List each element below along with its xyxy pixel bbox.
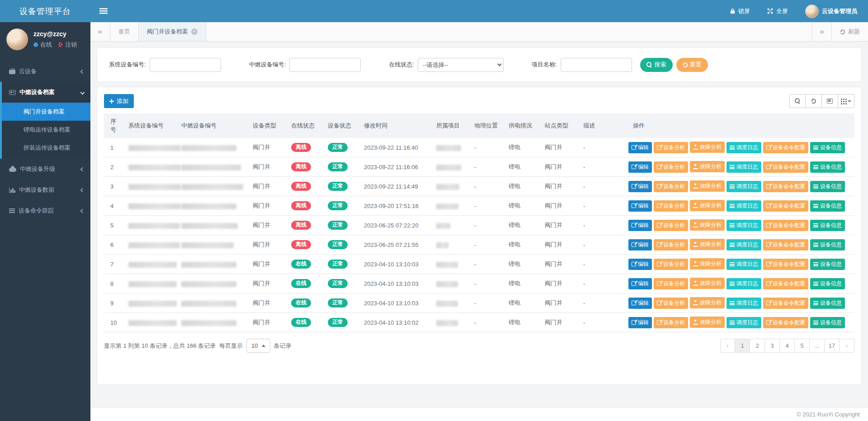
zr-device-no-input[interactable] [289,58,361,72]
dispatch-log-action-button[interactable]: 调度日志 [726,142,761,153]
device-info-action-button[interactable]: 设备信息 [810,161,845,173]
dispatch-log-action-button[interactable]: 调度日志 [726,278,761,289]
device-analysis-action-button[interactable]: 设备分析 [654,200,688,212]
edit-action-button[interactable]: 编辑 [628,259,652,270]
table-refresh-button[interactable] [806,94,822,108]
dispatch-log-action-button[interactable]: 调度日志 [726,220,761,231]
device-command-config-action-button[interactable]: 设备命令配置 [763,298,808,309]
device-info-action-button[interactable]: 设备信息 [810,181,845,192]
device-command-config-action-button[interactable]: 设备命令配置 [763,142,808,153]
dispatch-log-action-button[interactable]: 调度日志 [726,298,761,309]
sidebar-item-command-tracking[interactable]: 设备命令跟踪 [0,200,90,221]
edit-action-button[interactable]: 编辑 [628,220,652,231]
sys-device-no-input[interactable] [150,58,221,72]
fullscreen-button[interactable]: 全屏 [767,7,788,15]
page-size-select[interactable]: 10 [246,339,270,353]
device-analysis-action-button[interactable]: 设备分析 [654,317,688,328]
dispatch-log-action-button[interactable]: 调度日志 [726,259,761,270]
avatar[interactable] [6,28,28,50]
device-command-config-action-button[interactable]: 设备命令配置 [763,259,808,270]
next-page-button[interactable]: › [840,339,854,353]
table-detail-view-button[interactable] [822,94,838,108]
edit-action-button[interactable]: 编辑 [628,239,652,251]
device-analysis-action-button[interactable]: 设备分析 [654,181,688,192]
device-analysis-action-button[interactable]: 设备分析 [654,161,688,173]
lock-screen-button[interactable]: 锁屏 [730,7,750,15]
fault-analysis-action-button[interactable]: 故障分析 [690,239,725,250]
device-info-action-button[interactable]: 设备信息 [810,239,845,251]
sidebar-item-device-upgrade[interactable]: 中燃设备升级 [0,159,90,180]
fault-analysis-action-button[interactable]: 故障分析 [690,200,725,211]
tab-home[interactable]: 首页 [110,22,139,41]
device-command-config-action-button[interactable]: 设备命令配置 [763,317,808,328]
device-info-action-button[interactable]: 设备信息 [810,317,845,328]
device-command-config-action-button[interactable]: 设备命令配置 [763,239,808,251]
device-info-action-button[interactable]: 设备信息 [810,298,845,309]
device-analysis-action-button[interactable]: 设备分析 [654,142,688,153]
edit-action-button[interactable]: 编辑 [628,181,652,192]
project-name-input[interactable] [561,58,632,72]
sidebar-item-device-data[interactable]: 中燃设备数据 [0,180,90,200]
device-info-action-button[interactable]: 设备信息 [810,220,845,231]
device-info-action-button[interactable]: 设备信息 [810,259,845,270]
dispatch-log-action-button[interactable]: 调度日志 [726,317,761,328]
app-logo[interactable]: 设备管理平台 [0,0,90,22]
dispatch-log-action-button[interactable]: 调度日志 [726,239,761,251]
tab-valve-well-archive[interactable]: 阀门井设备档案 [139,22,206,41]
device-analysis-action-button[interactable]: 设备分析 [654,239,688,251]
device-command-config-action-button[interactable]: 设备命令配置 [763,278,808,289]
page-button-17[interactable]: 17 [825,339,840,353]
close-icon[interactable] [191,28,198,35]
page-button-4[interactable]: 4 [780,339,795,353]
sidebar-item-zhongran-archive[interactable]: 中燃设备档案 [2,82,90,103]
page-button-1[interactable]: 1 [735,339,750,353]
edit-action-button[interactable]: 编辑 [628,161,652,173]
fault-analysis-action-button[interactable]: 故障分析 [690,258,725,270]
page-button-3[interactable]: 3 [765,339,780,353]
search-button[interactable]: 搜索 [640,58,673,72]
table-search-button[interactable] [789,94,806,108]
sidebar-item-valve-well-archive[interactable]: 阀门井设备档案 [2,103,90,121]
fault-analysis-action-button[interactable]: 故障分析 [690,297,725,308]
edit-action-button[interactable]: 编辑 [628,317,652,328]
online-status-select[interactable]: --请选择-- [418,58,504,72]
fault-analysis-action-button[interactable]: 故障分析 [690,278,725,289]
edit-action-button[interactable]: 编辑 [628,142,652,153]
device-info-action-button[interactable]: 设备信息 [810,200,845,212]
sidebar-item-assembled-remote-archive[interactable]: 拼装远传设备档案 [2,139,90,157]
hamburger-menu-icon[interactable] [99,8,108,14]
fault-analysis-action-button[interactable]: 故障分析 [690,142,725,153]
refresh-tab-button[interactable]: 刷新 [832,22,868,41]
reset-button[interactable]: 重置 [676,58,708,72]
fault-analysis-action-button[interactable]: 故障分析 [690,161,725,172]
dispatch-log-action-button[interactable]: 调度日志 [726,181,761,192]
device-analysis-action-button[interactable]: 设备分析 [654,259,688,270]
table-columns-button[interactable] [838,94,854,108]
device-command-config-action-button[interactable]: 设备命令配置 [763,161,808,173]
fault-analysis-action-button[interactable]: 故障分析 [690,180,725,192]
edit-action-button[interactable]: 编辑 [628,200,652,212]
sidebar-item-cloud-device[interactable]: 云设备 [0,61,90,82]
device-analysis-action-button[interactable]: 设备分析 [654,278,688,289]
device-analysis-action-button[interactable]: 设备分析 [654,298,688,309]
dispatch-log-action-button[interactable]: 调度日志 [726,200,761,212]
fault-analysis-action-button[interactable]: 故障分析 [690,317,725,328]
prev-page-button[interactable]: ‹ [720,339,735,353]
dispatch-log-action-button[interactable]: 调度日志 [726,161,761,173]
device-info-action-button[interactable]: 设备信息 [810,278,845,289]
device-command-config-action-button[interactable]: 设备命令配置 [763,220,808,231]
page-ellipsis[interactable]: ... [810,339,825,353]
edit-action-button[interactable]: 编辑 [628,298,652,309]
logout-link[interactable]: 注销 [65,41,77,49]
edit-action-button[interactable]: 编辑 [628,278,652,289]
device-command-config-action-button[interactable]: 设备命令配置 [763,200,808,212]
tabs-scroll-right-button[interactable] [812,22,832,41]
add-button[interactable]: 添加 [104,94,134,108]
page-button-2[interactable]: 2 [750,339,765,353]
tabs-scroll-left-button[interactable] [90,22,110,41]
device-command-config-action-button[interactable]: 设备命令配置 [763,181,808,192]
device-info-action-button[interactable]: 设备信息 [810,142,845,153]
device-analysis-action-button[interactable]: 设备分析 [654,220,688,231]
fault-analysis-action-button[interactable]: 故障分析 [690,219,725,231]
sidebar-item-lithium-remote-archive[interactable]: 锂电远传设备档案 [2,121,90,139]
